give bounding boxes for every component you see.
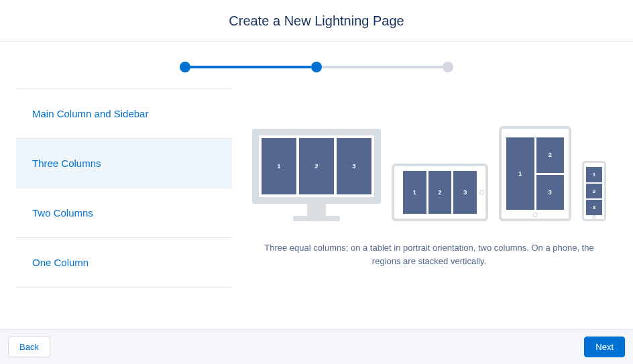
template-option-one-column[interactable]: One Column bbox=[16, 238, 232, 288]
region-2: 2 bbox=[586, 184, 602, 199]
progress-bar-1 bbox=[190, 66, 311, 68]
preview-tablet-landscape: 1 2 3 bbox=[392, 164, 488, 221]
template-option-two-columns[interactable]: Two Columns bbox=[16, 188, 232, 238]
progress-bar-2 bbox=[322, 66, 443, 68]
preview-tablet-portrait: 1 2 3 bbox=[499, 126, 571, 221]
page-title: Create a New Lightning Page bbox=[0, 13, 633, 29]
region-2: 2 bbox=[299, 138, 334, 194]
progress-step-1 bbox=[180, 62, 190, 72]
region-1: 1 bbox=[506, 137, 534, 210]
progress-step-2 bbox=[311, 62, 322, 72]
progress-step-3 bbox=[443, 62, 453, 72]
template-description: Three equal columns; on a tablet in port… bbox=[252, 241, 606, 267]
region-3: 3 bbox=[337, 138, 371, 194]
progress-indicator bbox=[0, 42, 633, 88]
region-1: 1 bbox=[262, 138, 296, 194]
back-button[interactable]: Back bbox=[8, 337, 50, 357]
region-3: 3 bbox=[536, 175, 565, 210]
template-preview: 1 2 3 1 2 3 1 2 bbox=[232, 88, 617, 288]
preview-phone: 1 2 3 bbox=[582, 161, 606, 221]
template-list: Main Column and Sidebar Three Columns Tw… bbox=[16, 88, 232, 288]
region-3: 3 bbox=[586, 200, 602, 215]
region-2: 2 bbox=[428, 171, 452, 214]
next-button[interactable]: Next bbox=[584, 337, 625, 357]
template-option-three-columns[interactable]: Three Columns bbox=[16, 139, 232, 188]
region-3: 3 bbox=[453, 171, 477, 214]
region-2: 2 bbox=[536, 137, 565, 173]
region-1: 1 bbox=[586, 167, 602, 182]
wizard-header: Create a New Lightning Page bbox=[0, 0, 633, 42]
wizard-footer: Back Next bbox=[0, 329, 633, 364]
preview-desktop: 1 2 3 bbox=[252, 129, 381, 221]
region-1: 1 bbox=[403, 171, 426, 214]
template-option-main-sidebar[interactable]: Main Column and Sidebar bbox=[16, 89, 232, 139]
